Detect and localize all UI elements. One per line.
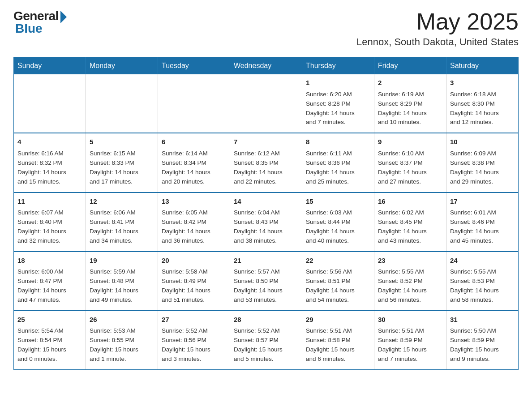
day-info: Sunrise: 5:52 AM Sunset: 8:57 PM Dayligh… — [234, 326, 298, 364]
calendar-cell — [86, 74, 158, 133]
day-number: 19 — [90, 256, 154, 266]
calendar-cell: 14Sunrise: 6:04 AM Sunset: 8:43 PM Dayli… — [230, 193, 302, 252]
day-number: 24 — [450, 256, 515, 266]
calendar-cell: 30Sunrise: 5:51 AM Sunset: 8:59 PM Dayli… — [374, 311, 446, 370]
day-number: 2 — [378, 78, 442, 88]
calendar-cell: 11Sunrise: 6:07 AM Sunset: 8:40 PM Dayli… — [14, 193, 86, 252]
title-section: May 2025 Lennox, South Dakota, United St… — [356, 9, 519, 48]
day-number: 11 — [17, 197, 82, 207]
day-info: Sunrise: 5:57 AM Sunset: 8:50 PM Dayligh… — [234, 267, 298, 305]
day-number: 29 — [306, 315, 370, 325]
day-info: Sunrise: 6:06 AM Sunset: 8:41 PM Dayligh… — [90, 208, 154, 246]
calendar-cell: 19Sunrise: 5:59 AM Sunset: 8:48 PM Dayli… — [86, 252, 158, 311]
logo: General Blue — [13, 9, 67, 36]
day-info: Sunrise: 5:55 AM Sunset: 8:52 PM Dayligh… — [378, 267, 442, 305]
day-number: 15 — [306, 197, 370, 207]
day-number: 12 — [90, 197, 154, 207]
day-info: Sunrise: 6:01 AM Sunset: 8:46 PM Dayligh… — [450, 208, 515, 246]
day-number: 21 — [234, 256, 298, 266]
day-number: 22 — [306, 256, 370, 266]
month-title: May 2025 — [356, 9, 519, 34]
day-number: 23 — [378, 256, 442, 266]
day-header-wednesday: Wednesday — [230, 57, 302, 75]
calendar-cell: 26Sunrise: 5:53 AM Sunset: 8:55 PM Dayli… — [86, 311, 158, 370]
calendar-cell: 20Sunrise: 5:58 AM Sunset: 8:49 PM Dayli… — [158, 252, 230, 311]
day-info: Sunrise: 6:19 AM Sunset: 8:29 PM Dayligh… — [378, 90, 442, 128]
logo-blue-text: Blue — [15, 21, 43, 36]
day-info: Sunrise: 5:56 AM Sunset: 8:51 PM Dayligh… — [306, 267, 370, 305]
day-number: 31 — [450, 315, 515, 325]
calendar-week-4: 18Sunrise: 6:00 AM Sunset: 8:47 PM Dayli… — [14, 252, 519, 311]
day-number: 16 — [378, 197, 442, 207]
day-info: Sunrise: 6:09 AM Sunset: 8:38 PM Dayligh… — [450, 149, 515, 187]
calendar-cell: 4Sunrise: 6:16 AM Sunset: 8:32 PM Daylig… — [14, 133, 86, 192]
calendar-cell: 1Sunrise: 6:20 AM Sunset: 8:28 PM Daylig… — [302, 74, 374, 133]
day-info: Sunrise: 5:50 AM Sunset: 8:59 PM Dayligh… — [450, 326, 515, 364]
day-info: Sunrise: 5:59 AM Sunset: 8:48 PM Dayligh… — [90, 267, 154, 305]
logo-arrow-icon — [60, 11, 67, 23]
calendar-cell: 16Sunrise: 6:02 AM Sunset: 8:45 PM Dayli… — [374, 193, 446, 252]
calendar-cell: 3Sunrise: 6:18 AM Sunset: 8:30 PM Daylig… — [446, 74, 519, 133]
day-number: 14 — [234, 197, 298, 207]
calendar-week-3: 11Sunrise: 6:07 AM Sunset: 8:40 PM Dayli… — [14, 193, 519, 252]
day-number: 8 — [306, 137, 370, 147]
calendar-cell: 23Sunrise: 5:55 AM Sunset: 8:52 PM Dayli… — [374, 252, 446, 311]
day-number: 5 — [90, 137, 154, 147]
calendar-week-5: 25Sunrise: 5:54 AM Sunset: 8:54 PM Dayli… — [14, 311, 519, 370]
calendar-table: SundayMondayTuesdayWednesdayThursdayFrid… — [13, 57, 519, 370]
day-info: Sunrise: 6:12 AM Sunset: 8:35 PM Dayligh… — [234, 149, 298, 187]
day-info: Sunrise: 6:03 AM Sunset: 8:44 PM Dayligh… — [306, 208, 370, 246]
calendar-cell: 25Sunrise: 5:54 AM Sunset: 8:54 PM Dayli… — [14, 311, 86, 370]
day-number: 9 — [378, 137, 442, 147]
day-info: Sunrise: 6:20 AM Sunset: 8:28 PM Dayligh… — [306, 90, 370, 128]
day-info: Sunrise: 5:58 AM Sunset: 8:49 PM Dayligh… — [162, 267, 226, 305]
calendar-cell: 9Sunrise: 6:10 AM Sunset: 8:37 PM Daylig… — [374, 133, 446, 192]
calendar-cell: 10Sunrise: 6:09 AM Sunset: 8:38 PM Dayli… — [446, 133, 519, 192]
calendar-week-2: 4Sunrise: 6:16 AM Sunset: 8:32 PM Daylig… — [14, 133, 519, 192]
calendar-cell: 13Sunrise: 6:05 AM Sunset: 8:42 PM Dayli… — [158, 193, 230, 252]
calendar-cell: 28Sunrise: 5:52 AM Sunset: 8:57 PM Dayli… — [230, 311, 302, 370]
calendar-cell — [14, 74, 86, 133]
day-info: Sunrise: 5:51 AM Sunset: 8:58 PM Dayligh… — [306, 326, 370, 364]
calendar-cell: 7Sunrise: 6:12 AM Sunset: 8:35 PM Daylig… — [230, 133, 302, 192]
day-header-tuesday: Tuesday — [158, 57, 230, 75]
day-number: 3 — [450, 78, 515, 88]
calendar-cell: 8Sunrise: 6:11 AM Sunset: 8:36 PM Daylig… — [302, 133, 374, 192]
calendar-body: 1Sunrise: 6:20 AM Sunset: 8:28 PM Daylig… — [14, 74, 519, 370]
calendar-cell — [230, 74, 302, 133]
calendar-cell: 5Sunrise: 6:15 AM Sunset: 8:33 PM Daylig… — [86, 133, 158, 192]
day-info: Sunrise: 5:54 AM Sunset: 8:54 PM Dayligh… — [17, 326, 82, 364]
calendar-cell: 27Sunrise: 5:52 AM Sunset: 8:56 PM Dayli… — [158, 311, 230, 370]
calendar-cell: 24Sunrise: 5:55 AM Sunset: 8:53 PM Dayli… — [446, 252, 519, 311]
day-number: 18 — [17, 256, 82, 266]
day-header-sunday: Sunday — [14, 57, 86, 75]
calendar-cell — [158, 74, 230, 133]
day-header-monday: Monday — [86, 57, 158, 75]
day-info: Sunrise: 6:02 AM Sunset: 8:45 PM Dayligh… — [378, 208, 442, 246]
day-header-thursday: Thursday — [302, 57, 374, 75]
calendar-cell: 18Sunrise: 6:00 AM Sunset: 8:47 PM Dayli… — [14, 252, 86, 311]
calendar-cell: 2Sunrise: 6:19 AM Sunset: 8:29 PM Daylig… — [374, 74, 446, 133]
day-info: Sunrise: 6:07 AM Sunset: 8:40 PM Dayligh… — [17, 208, 82, 246]
day-number: 6 — [162, 137, 226, 147]
calendar-week-1: 1Sunrise: 6:20 AM Sunset: 8:28 PM Daylig… — [14, 74, 519, 133]
page-header: General Blue May 2025 Lennox, South Dako… — [13, 9, 519, 48]
day-info: Sunrise: 6:15 AM Sunset: 8:33 PM Dayligh… — [90, 149, 154, 187]
day-number: 4 — [17, 137, 82, 147]
day-number: 7 — [234, 137, 298, 147]
day-number: 20 — [162, 256, 226, 266]
day-number: 1 — [306, 78, 370, 88]
location-title: Lennox, South Dakota, United States — [356, 36, 519, 48]
calendar-cell: 31Sunrise: 5:50 AM Sunset: 8:59 PM Dayli… — [446, 311, 519, 370]
day-info: Sunrise: 6:18 AM Sunset: 8:30 PM Dayligh… — [450, 90, 515, 128]
day-info: Sunrise: 6:10 AM Sunset: 8:37 PM Dayligh… — [378, 149, 442, 187]
calendar-cell: 29Sunrise: 5:51 AM Sunset: 8:58 PM Dayli… — [302, 311, 374, 370]
calendar-cell: 12Sunrise: 6:06 AM Sunset: 8:41 PM Dayli… — [86, 193, 158, 252]
day-number: 17 — [450, 197, 515, 207]
calendar-cell: 22Sunrise: 5:56 AM Sunset: 8:51 PM Dayli… — [302, 252, 374, 311]
calendar-cell: 6Sunrise: 6:14 AM Sunset: 8:34 PM Daylig… — [158, 133, 230, 192]
day-info: Sunrise: 6:14 AM Sunset: 8:34 PM Dayligh… — [162, 149, 226, 187]
day-info: Sunrise: 6:00 AM Sunset: 8:47 PM Dayligh… — [17, 267, 82, 305]
day-info: Sunrise: 5:55 AM Sunset: 8:53 PM Dayligh… — [450, 267, 515, 305]
day-number: 13 — [162, 197, 226, 207]
